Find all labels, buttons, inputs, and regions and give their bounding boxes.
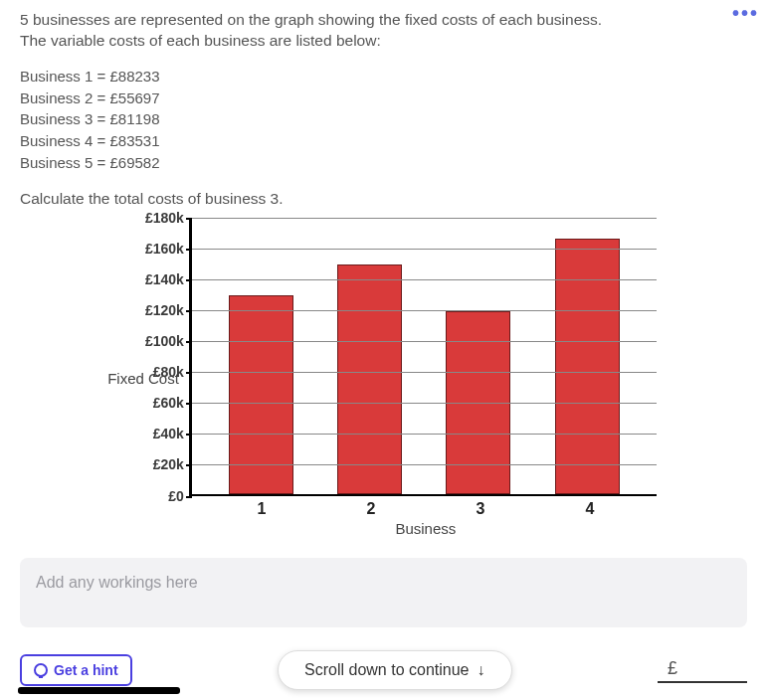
hint-button-label: Get a hint <box>54 662 118 678</box>
y-tick-label: £120k <box>145 302 192 318</box>
variable-cost-list: Business 1 = £88233 Business 2 = £55697 … <box>20 66 747 174</box>
currency-prefix: £ <box>668 658 677 678</box>
grid-line <box>192 434 657 435</box>
grid-line <box>192 249 657 250</box>
lightbulb-icon <box>34 663 48 677</box>
x-tick-label: 4 <box>557 496 622 518</box>
footer-bar: Get a hint Scroll down to continue ↓ £ <box>0 650 767 690</box>
bar <box>337 264 402 493</box>
grid-line <box>192 372 657 373</box>
workings-input[interactable]: Add any workings here <box>20 558 747 627</box>
list-item: Business 5 = £69582 <box>20 152 747 174</box>
intro-line-2: The variable costs of each business are … <box>20 31 747 52</box>
calculation-prompt: Calculate the total costs of business 3. <box>20 190 747 208</box>
list-item: Business 4 = £83531 <box>20 130 747 152</box>
x-tick-label: 1 <box>229 496 293 518</box>
question-intro: 5 businesses are represented on the grap… <box>20 10 747 52</box>
bar-chart: £0£20k£40k£60k£80k£100k£120k£140k£160k£1… <box>189 218 660 540</box>
scroll-label: Scroll down to continue <box>304 661 469 679</box>
y-tick-label: £80k <box>153 364 192 380</box>
list-item: Business 1 = £88233 <box>20 66 747 88</box>
y-tick-label: £100k <box>145 333 192 349</box>
intro-line-1: 5 businesses are represented on the grap… <box>20 10 747 31</box>
x-tick-labels: 1234 <box>192 496 660 518</box>
list-item: Business 3 = £81198 <box>20 108 747 130</box>
more-options-icon[interactable]: ••• <box>732 2 759 25</box>
question-page: ••• 5 businesses are represented on the … <box>0 0 767 700</box>
x-tick-label: 2 <box>338 496 403 518</box>
plot-area: £0£20k£40k£60k£80k£100k£120k£140k£160k£1… <box>189 218 657 496</box>
answer-field[interactable]: £ <box>658 658 747 683</box>
grid-line <box>192 403 657 404</box>
bar <box>555 239 620 494</box>
grid-line <box>192 341 657 342</box>
scroll-down-button[interactable]: Scroll down to continue ↓ <box>278 650 511 690</box>
x-axis-label: Business <box>192 520 660 537</box>
grid-line <box>192 218 657 219</box>
arrow-down-icon: ↓ <box>478 661 485 679</box>
list-item: Business 2 = £55697 <box>20 88 747 109</box>
chart-container: Fixed Cost £0£20k£40k£60k£80k£100k£120k£… <box>20 218 747 540</box>
y-tick-label: £0 <box>168 488 192 504</box>
y-tick-label: £40k <box>153 426 192 441</box>
y-tick-label: £60k <box>153 395 192 411</box>
x-tick-label: 3 <box>448 496 512 518</box>
y-tick-label: £20k <box>153 456 192 472</box>
bar-group <box>192 218 657 494</box>
grid-line <box>192 464 657 465</box>
grid-line <box>192 310 657 311</box>
y-tick-label: £140k <box>145 271 192 287</box>
y-tick-label: £160k <box>145 241 192 257</box>
y-tick-label: £180k <box>145 210 192 226</box>
get-hint-button[interactable]: Get a hint <box>20 654 132 686</box>
grid-line <box>192 279 657 280</box>
x-axis: 1234 Business <box>192 496 660 540</box>
